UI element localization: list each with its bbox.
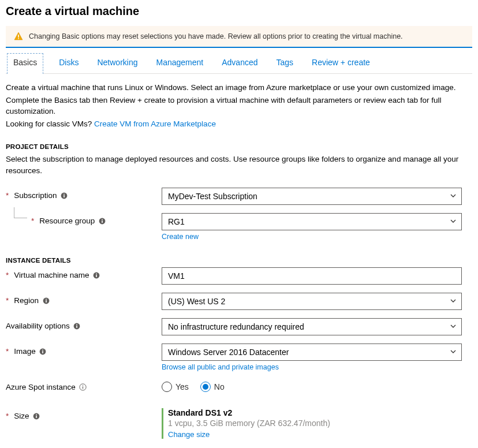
intro-block: Create a virtual machine that runs Linux… (6, 82, 472, 129)
required-star: * (6, 412, 9, 420)
spot-radio-group: Yes No (162, 379, 472, 392)
svg-rect-22 (83, 385, 83, 386)
size-display: Standard DS1 v2 1 vcpu, 3.5 GiB memory (… (162, 408, 472, 439)
size-label: * Size (6, 408, 162, 420)
spot-instance-label-text: Azure Spot instance (6, 383, 76, 391)
intro-line-2: Complete the Basics tab then Review + cr… (6, 95, 472, 117)
tabs: Basics Disks Networking Management Advan… (6, 53, 472, 74)
svg-rect-7 (102, 219, 103, 220)
info-icon[interactable] (39, 348, 47, 355)
project-details-heading: PROJECT DETAILS (6, 143, 472, 150)
image-dropdown[interactable]: Windows Server 2016 Datacenter (162, 344, 462, 361)
info-icon[interactable] (73, 322, 81, 330)
tab-basics[interactable]: Basics (7, 53, 43, 74)
svg-rect-3 (64, 195, 65, 197)
required-star: * (6, 191, 9, 200)
image-label-text: Image (14, 347, 36, 356)
browse-images-link[interactable]: Browse all public and private images (162, 363, 279, 371)
region-label: * Region (6, 293, 162, 305)
required-star: * (6, 347, 9, 356)
warning-icon (14, 32, 23, 41)
chevron-down-icon (450, 322, 457, 331)
tab-review-create[interactable]: Review + create (309, 53, 373, 73)
size-label-text: Size (14, 412, 29, 420)
radio-icon-selected (200, 382, 211, 392)
instance-details-heading: INSTANCE DETAILS (6, 257, 472, 264)
resource-group-dropdown[interactable]: RG1 (162, 213, 462, 230)
subscription-value: MyDev-Test Subscription (168, 192, 257, 201)
project-details-desc: Select the subscription to manage deploy… (6, 154, 472, 176)
chevron-down-icon (450, 297, 457, 306)
svg-rect-18 (42, 351, 43, 353)
required-star: * (6, 271, 9, 279)
svg-rect-0 (18, 35, 19, 38)
tab-management[interactable]: Management (154, 53, 207, 73)
svg-rect-6 (102, 221, 103, 223)
warning-text: Changing Basic options may reset selecti… (29, 32, 403, 40)
spot-no-label: No (214, 382, 225, 391)
vm-name-label: * Virtual machine name (6, 267, 162, 279)
warning-banner: Changing Basic options may reset selecti… (6, 26, 472, 48)
instance-details-section: INSTANCE DETAILS * Virtual machine name … (6, 257, 472, 439)
size-name: Standard DS1 v2 (168, 408, 472, 417)
svg-rect-4 (64, 193, 65, 195)
info-icon[interactable] (93, 271, 100, 279)
marketplace-link[interactable]: Create VM from Azure Marketplace (94, 120, 216, 128)
create-new-rg-link[interactable]: Create new (162, 233, 199, 241)
svg-rect-15 (77, 326, 78, 328)
info-icon[interactable] (98, 217, 106, 225)
subscription-label-text: Subscription (14, 191, 57, 200)
svg-rect-25 (36, 414, 37, 415)
subscription-dropdown[interactable]: MyDev-Test Subscription (162, 188, 462, 205)
subscription-label: * Subscription (6, 188, 162, 200)
tab-networking[interactable]: Networking (94, 53, 140, 73)
svg-rect-1 (18, 38, 19, 39)
tab-tags[interactable]: Tags (274, 53, 297, 73)
info-icon[interactable] (33, 412, 40, 420)
svg-rect-16 (77, 324, 78, 325)
spot-radio-no[interactable]: No (200, 382, 225, 392)
availability-label: Availability options (6, 318, 162, 330)
tab-advanced[interactable]: Advanced (219, 53, 260, 73)
info-outline-icon[interactable] (79, 383, 87, 391)
resource-group-value: RG1 (168, 217, 185, 226)
resource-group-label: * Resource group (6, 213, 162, 225)
region-label-text: Region (14, 296, 39, 305)
intro-line-3-prefix: Looking for classic VMs? (6, 120, 94, 128)
svg-rect-19 (42, 349, 43, 350)
required-star: * (6, 296, 9, 305)
chevron-down-icon (450, 217, 457, 226)
radio-icon (162, 382, 172, 392)
region-value: (US) West US 2 (168, 297, 225, 306)
project-details-section: PROJECT DETAILS Select the subscription … (6, 143, 472, 241)
vm-name-input[interactable]: VM1 (162, 267, 462, 285)
vm-name-value: VM1 (168, 271, 185, 281)
spot-yes-label: Yes (175, 382, 189, 391)
page-title: Create a virtual machine (6, 5, 472, 18)
availability-label-text: Availability options (6, 322, 70, 330)
svg-rect-24 (36, 416, 37, 418)
info-icon[interactable] (61, 192, 68, 199)
svg-rect-13 (46, 298, 47, 300)
svg-rect-21 (83, 387, 83, 389)
availability-value: No infrastructure redundancy required (168, 322, 304, 331)
vm-name-label-text: Virtual machine name (14, 271, 89, 279)
chevron-down-icon (450, 192, 457, 201)
availability-dropdown[interactable]: No infrastructure redundancy required (162, 318, 462, 335)
change-size-link[interactable]: Change size (168, 430, 210, 439)
info-icon[interactable] (42, 297, 50, 304)
spot-radio-yes[interactable]: Yes (162, 382, 189, 392)
resource-group-label-text: Resource group (39, 216, 95, 225)
region-dropdown[interactable]: (US) West US 2 (162, 293, 462, 310)
image-label: * Image (6, 344, 162, 356)
intro-line-1: Create a virtual machine that runs Linux… (6, 82, 472, 94)
size-desc: 1 vcpu, 3.5 GiB memory (ZAR 632.47/month… (168, 419, 472, 428)
svg-rect-9 (96, 275, 97, 277)
chevron-down-icon (450, 348, 457, 357)
spot-instance-label: Azure Spot instance (6, 379, 162, 391)
svg-rect-10 (96, 273, 97, 274)
image-value: Windows Server 2016 Datacenter (168, 348, 289, 357)
required-star: * (31, 216, 34, 225)
svg-rect-12 (46, 300, 47, 303)
tab-disks[interactable]: Disks (56, 53, 81, 73)
